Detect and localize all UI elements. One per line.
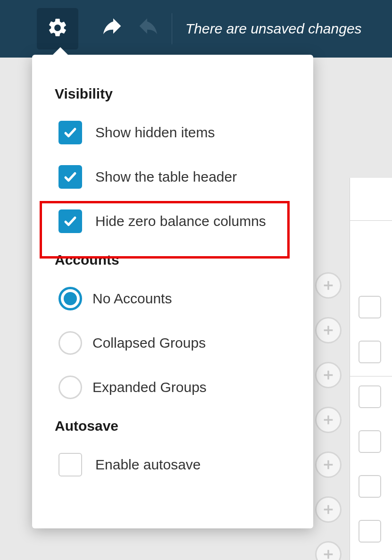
section-title-accounts: Accounts [55, 252, 292, 268]
checkbox-icon [58, 121, 82, 144]
row-checkbox[interactable] [359, 475, 381, 498]
option-label: Show the table header [95, 169, 237, 185]
radio-icon [58, 376, 82, 399]
add-button[interactable] [315, 496, 342, 523]
option-label: Enable autosave [95, 457, 201, 473]
redo-button[interactable] [130, 17, 163, 41]
unsaved-changes-status: There are unsaved changes [185, 21, 362, 37]
redo-icon [136, 17, 158, 41]
radio-icon [58, 331, 82, 355]
add-button[interactable] [315, 317, 342, 343]
option-label: Expanded Groups [92, 379, 207, 395]
option-label: Collapsed Groups [92, 335, 206, 351]
checkbox-enable-autosave[interactable]: Enable autosave [55, 443, 292, 487]
add-button[interactable] [315, 541, 342, 560]
settings-dropdown: Visibility Show hidden items Show the ta… [32, 55, 313, 528]
settings-button[interactable] [37, 8, 78, 50]
right-panel [350, 178, 392, 560]
undo-icon [103, 17, 125, 41]
add-button[interactable] [315, 362, 342, 388]
section-title-visibility: Visibility [55, 86, 292, 102]
checkbox-show-table-header[interactable]: Show the table header [55, 155, 292, 199]
row-checkbox[interactable] [359, 430, 381, 453]
add-button[interactable] [315, 272, 342, 299]
add-button[interactable] [315, 407, 342, 433]
checkbox-icon [58, 165, 82, 189]
gear-icon [47, 17, 68, 41]
checkbox-icon [58, 209, 82, 233]
row-checkbox[interactable] [359, 296, 381, 318]
radio-no-accounts[interactable]: No Accounts [55, 276, 292, 321]
checkbox-hide-zero-balance[interactable]: Hide zero balance columns [55, 199, 292, 243]
option-label: Hide zero balance columns [95, 213, 266, 229]
add-button[interactable] [315, 451, 342, 478]
radio-collapsed-groups[interactable]: Collapsed Groups [55, 321, 292, 365]
row-checkbox[interactable] [359, 520, 381, 543]
section-title-autosave: Autosave [55, 418, 292, 434]
checkbox-show-hidden-items[interactable]: Show hidden items [55, 110, 292, 155]
radio-expanded-groups[interactable]: Expanded Groups [55, 365, 292, 410]
row-checkbox[interactable] [359, 341, 381, 363]
checkbox-icon [58, 453, 82, 476]
option-label: No Accounts [92, 291, 172, 307]
vertical-divider [172, 13, 172, 44]
row-checkbox[interactable] [359, 385, 381, 408]
option-label: Show hidden items [95, 125, 215, 141]
radio-icon [58, 287, 82, 310]
undo-button[interactable] [97, 17, 130, 41]
